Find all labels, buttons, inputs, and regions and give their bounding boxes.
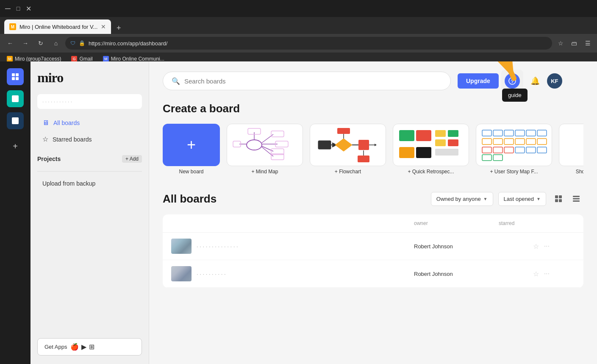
workspace-icon-darkblue[interactable] [7, 112, 24, 129]
search-input[interactable] [184, 78, 442, 85]
list-view-button[interactable] [569, 192, 583, 206]
workspace-icon-blue[interactable] [7, 68, 24, 85]
menu-icon[interactable]: ☰ [583, 38, 593, 48]
back-button[interactable]: ← [4, 37, 16, 49]
svg-rect-55 [482, 147, 491, 153]
svg-rect-66 [559, 199, 562, 202]
all-boards-label: All boards [53, 119, 80, 126]
svg-rect-38 [435, 130, 446, 137]
svg-rect-39 [435, 139, 446, 146]
col-starred: starred [499, 220, 550, 226]
url-bar[interactable]: 🛡 🔒 https://miro.com/app/dashboard/ [65, 37, 552, 50]
tab-area: M Miro | Online Whiteboard for V... ✕ + [0, 17, 597, 34]
owner-filter-label: Owned by anyone [436, 196, 481, 202]
sort-chevron-icon: ▼ [536, 197, 541, 201]
workspace-selector[interactable]: · · · · · · · · · · · [37, 94, 142, 109]
sort-filter[interactable]: Last opened ▼ [498, 192, 546, 206]
add-project-button[interactable]: + Add [122, 155, 142, 163]
search-bar[interactable]: 🔍 [163, 72, 451, 90]
guide-button[interactable]: ? [505, 73, 520, 89]
board-owner-1: Robert Johnson [414, 243, 499, 250]
guide-highlight: ? guide [501, 70, 523, 92]
new-board-label: New board [163, 169, 220, 175]
table-row[interactable]: · · · · · · · · · · Robert Johnson ☆ ··· [163, 260, 583, 288]
svg-rect-53 [526, 139, 536, 144]
svg-rect-50 [493, 139, 503, 144]
upload-from-backup[interactable]: Upload from backup [37, 177, 142, 190]
notification-button[interactable]: 🔔 [528, 73, 543, 89]
user-avatar[interactable]: KF [547, 73, 562, 89]
star-icon[interactable]: ☆ [555, 38, 566, 48]
user-story-card[interactable] [476, 124, 552, 166]
quick-retro-card[interactable] [393, 124, 469, 166]
forward-button[interactable]: → [19, 37, 31, 49]
board-actions-1: ☆ ··· [499, 242, 550, 250]
new-board-card[interactable]: + [163, 124, 220, 166]
svg-rect-45 [504, 130, 514, 136]
user-story-template[interactable]: + User Story Map F... [476, 124, 552, 175]
board-more-2[interactable]: ··· [544, 270, 550, 278]
all-boards-section-title: All boards [163, 192, 217, 206]
owner-filter[interactable]: Owned by anyone ▼ [431, 192, 493, 206]
svg-rect-5 [12, 117, 19, 124]
svg-point-9 [247, 140, 262, 150]
tab-close-btn[interactable]: ✕ [101, 23, 106, 30]
search-icon: 🔍 [172, 77, 180, 85]
bookmark-favicon-community: M [103, 56, 109, 62]
windows-icon: ⊞ [89, 343, 94, 351]
main-body: Create a board + New board [149, 92, 597, 298]
col-name [171, 220, 414, 226]
browser-chrome: ─ □ ✕ M Miro | Online Whiteboard for V..… [0, 0, 597, 61]
svg-rect-46 [515, 130, 525, 136]
starred-icon: ☆ [42, 135, 48, 143]
table-row[interactable]: · · · · · · · · · · · · · · Robert Johns… [163, 233, 583, 260]
minimize-btn[interactable]: ─ [5, 4, 11, 13]
close-btn[interactable]: ✕ [26, 5, 31, 13]
svg-rect-57 [504, 147, 514, 153]
quick-retro-label: + Quick Retrospec... [393, 169, 469, 175]
board-info-1: · · · · · · · · · · · · · · [171, 239, 414, 254]
pocket-icon[interactable]: 🗃 [569, 38, 579, 48]
user-story-label: + User Story Map F... [476, 169, 552, 175]
add-workspace-button[interactable]: + [7, 138, 24, 155]
url-text[interactable]: https://miro.com/app/dashboard/ [89, 40, 167, 47]
grid-view-button[interactable] [551, 192, 566, 206]
active-tab[interactable]: M Miro | Online Whiteboard for V... ✕ [4, 19, 111, 34]
reload-button[interactable]: ↻ [35, 37, 47, 49]
home-button[interactable]: ⌂ [50, 37, 62, 49]
sidebar-item-all-boards[interactable]: 🖥 All boards [37, 116, 142, 130]
mind-map-card[interactable] [227, 124, 303, 166]
board-star-2[interactable]: ☆ [533, 270, 539, 278]
svg-rect-62 [493, 155, 503, 161]
svg-rect-65 [555, 199, 558, 202]
svg-rect-49 [482, 139, 491, 144]
col-actions [550, 220, 575, 226]
tab-favicon: M [9, 23, 16, 30]
nav-icons: ☆ 🗃 ☰ [555, 38, 593, 48]
maximize-btn[interactable]: □ [17, 5, 20, 12]
svg-rect-56 [493, 147, 503, 153]
flowchart-card[interactable] [310, 124, 386, 166]
sidebar-item-starred-boards[interactable]: ☆ Starred boards [37, 132, 142, 147]
board-star-1[interactable]: ☆ [533, 242, 539, 250]
mind-map-template[interactable]: + Mind Map [227, 124, 303, 175]
flowchart-template[interactable]: + Flowchart [310, 124, 386, 175]
bookmark-label-community: Miro Online Communi... [111, 56, 164, 62]
owner-chevron-icon: ▼ [483, 197, 488, 201]
workspace-icon-teal[interactable] [7, 90, 24, 107]
svg-rect-31 [337, 128, 350, 134]
quick-retro-template[interactable]: + Quick Retrospec... [393, 124, 469, 175]
show-all-templates[interactable]: ··· Show all templates [559, 124, 583, 175]
get-apps-button[interactable]: Get Apps 🍎 ▶ ⊞ [37, 338, 142, 356]
new-tab-button[interactable]: + [113, 22, 125, 34]
board-more-1[interactable]: ··· [544, 242, 550, 250]
icon-sidebar: + [0, 61, 31, 364]
upgrade-button[interactable]: Upgrade [458, 73, 499, 89]
sort-filter-label: Last opened [504, 196, 534, 202]
app-layout: + miro · · · · · · · · · · · 🖥 All board… [0, 61, 597, 364]
sidebar-divider [37, 171, 142, 172]
new-board-template[interactable]: + New board [163, 124, 220, 175]
board-thumb-content-1 [171, 239, 192, 254]
svg-rect-59 [526, 147, 536, 153]
show-all-card[interactable]: ··· [559, 124, 583, 166]
